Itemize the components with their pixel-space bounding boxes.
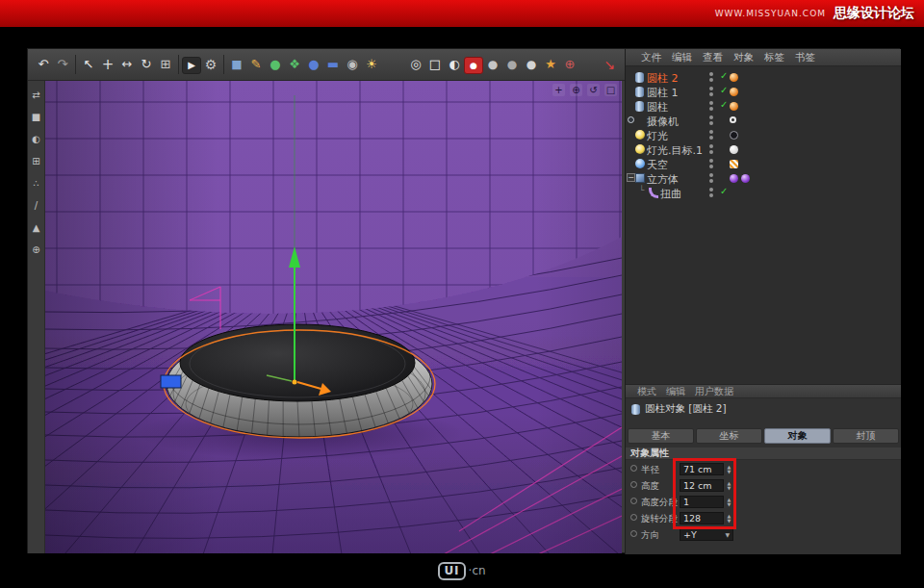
visibility-dots[interactable] xyxy=(709,101,713,111)
subdivision-surface-icon[interactable]: ● xyxy=(266,54,285,75)
property-row[interactable]: 高度分段1▲▼ xyxy=(626,494,901,510)
move-icon[interactable]: + xyxy=(98,54,117,75)
texture-mode-icon[interactable]: ◐ xyxy=(30,133,43,146)
material-purple-tag-icon[interactable] xyxy=(741,174,750,183)
collapse-toggle[interactable]: − xyxy=(627,173,635,182)
object-row[interactable]: 圆柱 1✓ xyxy=(626,85,901,99)
object-name[interactable]: 圆柱 2 xyxy=(647,71,679,86)
tab-coordinates[interactable]: 坐标 xyxy=(696,428,762,444)
object-name[interactable]: 灯光.目标.1 xyxy=(647,143,703,158)
workplane-icon[interactable]: ⊞ xyxy=(30,155,43,168)
visibility-dots[interactable] xyxy=(709,87,713,96)
property-row[interactable]: 旋转分段128▲▼ xyxy=(626,510,901,526)
am-menu-item[interactable]: 模式 xyxy=(637,385,656,398)
object-row[interactable]: 灯光.目标.1 xyxy=(626,142,901,157)
enabled-check-icon[interactable]: ✓ xyxy=(720,70,728,81)
object-row[interactable]: 圆柱✓ xyxy=(626,99,901,114)
light-icon[interactable]: ☀ xyxy=(362,54,381,75)
scene-floor-icon[interactable]: ▬ xyxy=(323,54,343,75)
tab-caps[interactable]: 封顶 xyxy=(833,428,899,444)
property-row[interactable]: 半径71 cm▲▼ xyxy=(626,461,901,477)
add-cube-icon[interactable]: ■ xyxy=(227,54,246,75)
object-name[interactable]: 灯光 xyxy=(647,129,668,143)
snap-icon[interactable]: ★ xyxy=(541,54,560,75)
am-menu-item[interactable]: 用户数据 xyxy=(695,385,733,398)
phong-tag-icon[interactable] xyxy=(730,73,738,82)
deformer-icon[interactable]: ● xyxy=(304,54,323,75)
visibility-dots[interactable] xyxy=(709,115,713,125)
enabled-check-icon[interactable]: ✓ xyxy=(720,186,728,196)
object-name[interactable]: 立方体 xyxy=(647,172,679,187)
compositing-tag-icon[interactable] xyxy=(730,160,738,168)
keyframe-circle[interactable] xyxy=(630,465,637,472)
visibility-dots[interactable] xyxy=(709,173,713,183)
keyframe-circle[interactable] xyxy=(630,530,637,537)
toggle-view-icon[interactable]: □ xyxy=(604,84,617,96)
display-mode-icon[interactable]: □ xyxy=(425,54,445,75)
render-settings-icon[interactable]: ⚙ xyxy=(201,54,220,75)
model-mode-icon[interactable]: ■ xyxy=(30,111,43,124)
blue-handle[interactable] xyxy=(161,375,181,388)
axis-icon[interactable]: ⊕ xyxy=(560,54,579,75)
object-row[interactable]: 摄像机 xyxy=(626,114,901,128)
visibility-dots[interactable] xyxy=(709,159,713,168)
dark-sphere-tag-icon[interactable] xyxy=(730,131,738,140)
om-menu-item[interactable]: 书签 xyxy=(795,51,815,64)
object-row[interactable]: −立方体 xyxy=(626,171,901,186)
property-row[interactable]: 方向+Y▼ xyxy=(626,526,901,543)
points-mode-icon[interactable]: ∴ xyxy=(30,177,43,191)
undo-icon[interactable]: ↶ xyxy=(34,54,53,75)
convert-icon[interactable]: ⇄ xyxy=(30,89,43,102)
keyframe-circle[interactable] xyxy=(630,498,637,504)
phong-tag-icon[interactable] xyxy=(730,102,738,111)
object-row[interactable]: 天空 xyxy=(626,157,901,171)
scene-svg[interactable] xyxy=(45,81,622,553)
om-menu-item[interactable]: 编辑 xyxy=(672,51,692,64)
object-name[interactable]: 圆柱 1 xyxy=(647,86,679,100)
pan-icon[interactable]: + xyxy=(552,84,565,96)
om-menu-item[interactable]: 文件 xyxy=(641,51,661,64)
cylinder-object[interactable] xyxy=(164,324,435,438)
object-row[interactable]: 灯光 xyxy=(626,128,901,142)
visibility-dots[interactable] xyxy=(709,72,713,82)
property-row[interactable]: 高度12 cm▲▼ xyxy=(626,477,901,494)
orientation-dropdown[interactable]: +Y▼ xyxy=(680,528,733,541)
material-purple-tag-icon[interactable] xyxy=(730,174,738,183)
edges-mode-icon[interactable]: / xyxy=(30,199,43,213)
visibility-dots[interactable] xyxy=(709,130,713,140)
workflow-arrow-icon[interactable]: ↘ xyxy=(600,54,619,75)
object-name[interactable]: 扭曲 xyxy=(660,187,681,201)
am-menu-item[interactable]: 编辑 xyxy=(666,385,685,398)
render-view-icon[interactable]: ▶ xyxy=(182,57,201,74)
enabled-check-icon[interactable]: ✓ xyxy=(720,99,728,110)
spline-pen-icon[interactable]: ✎ xyxy=(246,54,266,75)
tab-object[interactable]: 对象 xyxy=(764,428,831,444)
contrast-mode-icon[interactable]: ◐ xyxy=(445,54,464,75)
enabled-check-icon[interactable]: ✓ xyxy=(720,85,728,95)
tab-basic[interactable]: 基本 xyxy=(628,428,694,444)
material-sphere-1-icon[interactable]: ● xyxy=(483,54,502,75)
capture-icon[interactable]: ● xyxy=(464,57,483,74)
orbit-icon[interactable]: ↺ xyxy=(587,84,600,96)
redo-icon[interactable]: ↷ xyxy=(53,54,72,75)
phong-tag-icon[interactable] xyxy=(730,88,738,96)
zoom-icon[interactable]: ⊕ xyxy=(570,84,582,96)
visibility-dots[interactable] xyxy=(709,188,713,197)
om-menu-item[interactable]: 查看 xyxy=(703,51,723,64)
white-sphere-tag-icon[interactable] xyxy=(730,145,738,154)
gizmo-origin[interactable] xyxy=(293,380,297,385)
rotate-icon[interactable]: ↻ xyxy=(137,54,156,75)
target-tag-icon[interactable] xyxy=(730,116,736,123)
camera-icon[interactable]: ◉ xyxy=(343,54,362,75)
material-sphere-3-icon[interactable]: ● xyxy=(522,54,541,75)
object-name[interactable]: 天空 xyxy=(647,158,668,172)
material-sphere-2-icon[interactable]: ● xyxy=(502,54,522,75)
polygons-mode-icon[interactable]: ▲ xyxy=(30,221,43,235)
visibility-dots[interactable] xyxy=(709,144,713,154)
render-target-icon[interactable]: ◎ xyxy=(406,54,425,75)
object-row[interactable]: └扭曲✓ xyxy=(626,186,901,200)
array-generator-icon[interactable]: ❖ xyxy=(285,54,304,75)
om-menu-item[interactable]: 标签 xyxy=(764,51,784,64)
keyframe-circle[interactable] xyxy=(630,514,637,521)
viewport[interactable]: +⊕↺□ xyxy=(45,81,622,553)
